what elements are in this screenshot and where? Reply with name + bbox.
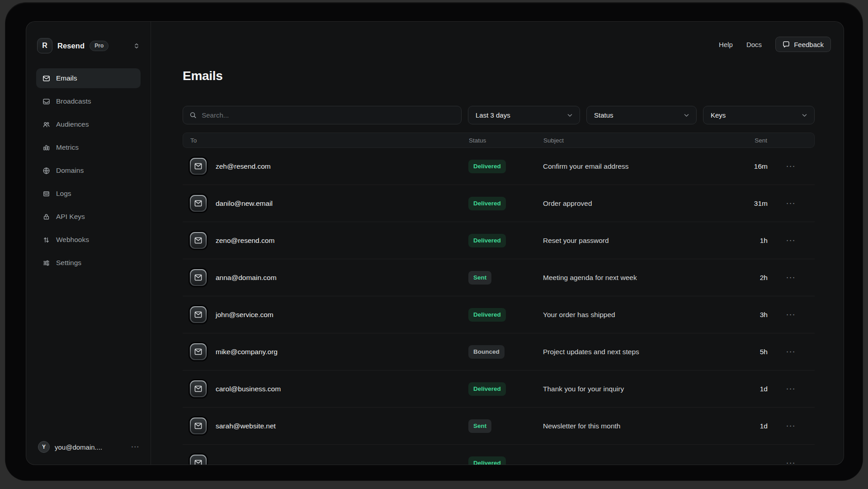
sidebar-item-label: Webhooks xyxy=(56,236,89,244)
table-row[interactable]: Delivered ··· xyxy=(183,445,815,465)
column-header-to: To xyxy=(183,137,469,144)
row-more-icon[interactable]: ··· xyxy=(768,199,815,207)
recipient-email: john@service.com xyxy=(216,311,274,319)
row-more-icon[interactable]: ··· xyxy=(768,162,815,170)
page-title: Emails xyxy=(183,69,815,83)
recipient-email: carol@business.com xyxy=(216,385,281,393)
mail-tile-icon xyxy=(190,195,207,212)
feedback-button[interactable]: Feedback xyxy=(775,37,831,52)
cell-status: Delivered xyxy=(468,234,543,247)
search-icon xyxy=(189,111,197,119)
sidebar-item-emails[interactable]: Emails xyxy=(36,68,141,88)
table-row[interactable]: carol@business.com Delivered Thank you f… xyxy=(183,370,815,408)
recipient-email: danilo@new.email xyxy=(216,199,273,208)
sidebar-item-logs[interactable]: Logs xyxy=(36,184,141,204)
sidebar-item-domains[interactable]: Domains xyxy=(36,161,141,180)
search-input-wrapper[interactable] xyxy=(183,106,462,124)
sidebar-item-api-keys[interactable]: API Keys xyxy=(36,207,141,227)
date-range-dropdown[interactable]: Last 3 days xyxy=(468,106,580,124)
mail-icon xyxy=(42,75,50,82)
sidebar-item-settings[interactable]: Settings xyxy=(36,253,141,273)
sidebar-item-webhooks[interactable]: Webhooks xyxy=(36,230,141,250)
lock-icon xyxy=(42,213,50,221)
filter-bar: Last 3 days Status Keys xyxy=(183,106,815,124)
mail-tile-icon xyxy=(190,158,207,175)
sidebar-item-label: Settings xyxy=(56,259,81,267)
table-row[interactable]: mike@company.org Bounced Project updates… xyxy=(183,333,815,370)
avatar: Y xyxy=(38,441,50,453)
status-badge: Delivered xyxy=(468,456,506,465)
feedback-label: Feedback xyxy=(794,41,824,48)
cell-status: Sent xyxy=(468,419,543,433)
row-more-icon[interactable]: ··· xyxy=(768,311,815,318)
row-more-icon[interactable]: ··· xyxy=(768,422,815,430)
status-badge: Bounced xyxy=(468,345,505,359)
workspace-name: Resend xyxy=(57,42,85,50)
table-header: To Status Subject Sent xyxy=(183,133,815,148)
keys-value: Keys xyxy=(711,111,726,119)
sidebar-item-label: Metrics xyxy=(56,143,79,152)
sent-time: 1h xyxy=(718,237,768,245)
cell-status: Bounced xyxy=(468,345,543,359)
workspace-switcher[interactable]: R Resend Pro xyxy=(37,38,142,53)
speech-bubble-icon xyxy=(783,41,790,48)
cell-to: mike@company.org xyxy=(183,343,468,360)
column-header-subject: Subject xyxy=(543,137,717,144)
email-subject: Newsletter for this month xyxy=(543,422,718,430)
sidebar-spacer xyxy=(26,276,151,441)
sidebar: R Resend Pro Emails Broadcasts A xyxy=(26,22,151,465)
sidebar-item-audiences[interactable]: Audiences xyxy=(36,114,141,134)
email-subject: Project updates and next steps xyxy=(543,348,718,356)
recipient-email: zeno@resend.com xyxy=(216,237,274,245)
row-more-icon[interactable]: ··· xyxy=(768,237,815,244)
date-range-value: Last 3 days xyxy=(476,111,510,119)
cell-to xyxy=(183,455,468,465)
cell-to: anna@domain.com xyxy=(183,269,468,286)
status-value: Status xyxy=(594,111,613,119)
column-header-status: Status xyxy=(469,137,543,144)
bar-chart-icon xyxy=(42,144,50,152)
main-area: Help Docs Feedback Emails Last 3 days xyxy=(151,22,844,465)
table-row[interactable]: zeno@resend.com Delivered Reset your pas… xyxy=(183,222,815,259)
table-row[interactable]: anna@domain.com Sent Meeting agenda for … xyxy=(183,259,815,296)
table-row[interactable]: sarah@website.net Sent Newsletter for th… xyxy=(183,408,815,445)
sidebar-item-label: Emails xyxy=(56,74,77,82)
sidebar-item-metrics[interactable]: Metrics xyxy=(36,138,141,157)
email-subject: Reset your password xyxy=(543,237,718,245)
status-dropdown[interactable]: Status xyxy=(586,106,697,124)
row-more-icon[interactable]: ··· xyxy=(768,459,815,465)
mail-tile-icon xyxy=(190,269,207,286)
email-subject: Order approved xyxy=(543,199,718,208)
keys-dropdown[interactable]: Keys xyxy=(703,106,815,124)
chevron-up-down-icon[interactable] xyxy=(133,43,140,49)
row-more-icon[interactable]: ··· xyxy=(768,385,815,393)
column-header-sent: Sent xyxy=(717,137,767,144)
users-icon xyxy=(42,121,50,128)
docs-link[interactable]: Docs xyxy=(746,41,762,48)
mail-tile-icon xyxy=(190,418,207,434)
search-input[interactable] xyxy=(202,111,455,119)
topbar: Help Docs Feedback xyxy=(719,37,831,52)
inbox-icon xyxy=(42,98,50,105)
sidebar-item-broadcasts[interactable]: Broadcasts xyxy=(36,91,141,111)
email-table-body: zeh@resend.com Delivered Confirm your em… xyxy=(183,148,815,465)
row-more-icon[interactable]: ··· xyxy=(768,348,815,356)
recipient-email: anna@domain.com xyxy=(216,274,277,282)
email-subject: Thank you for your inquiry xyxy=(543,385,718,393)
cell-to: danilo@new.email xyxy=(183,195,468,212)
mail-tile-icon xyxy=(190,232,207,249)
table-row[interactable]: zeh@resend.com Delivered Confirm your em… xyxy=(183,148,815,185)
sidebar-item-label: API Keys xyxy=(56,213,85,221)
cell-status: Delivered xyxy=(468,160,543,173)
table-row[interactable]: danilo@new.email Delivered Order approve… xyxy=(183,185,815,222)
help-link[interactable]: Help xyxy=(719,41,733,48)
sent-time: 2h xyxy=(718,274,768,282)
table-row[interactable]: john@service.com Delivered Your order ha… xyxy=(183,296,815,333)
user-more-icon[interactable]: ··· xyxy=(132,443,140,451)
cell-to: sarah@website.net xyxy=(183,418,468,434)
row-more-icon[interactable]: ··· xyxy=(768,274,815,281)
user-menu[interactable]: Y you@domain.... ··· xyxy=(38,441,140,453)
sent-time: 1d xyxy=(718,422,768,430)
email-subject: Your order has shipped xyxy=(543,311,718,319)
app-window: R Resend Pro Emails Broadcasts A xyxy=(5,3,863,480)
